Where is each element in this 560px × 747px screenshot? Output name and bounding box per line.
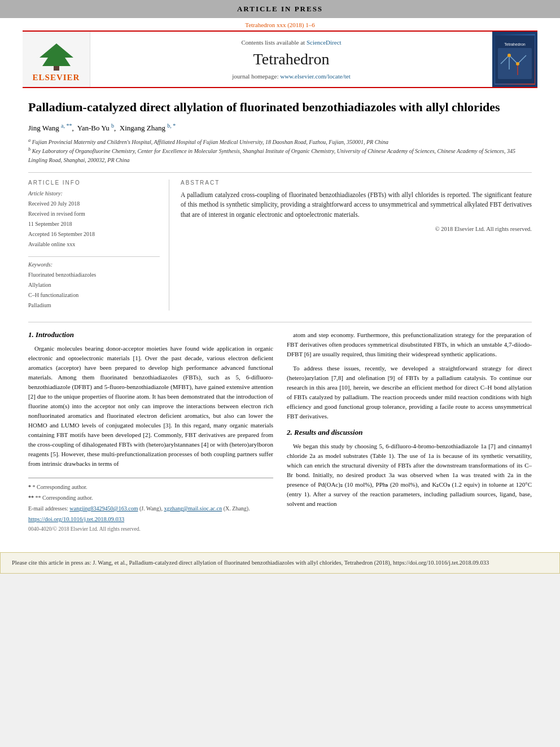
affil-b-super: b [28,147,30,152]
right-col-intro-continuation: atom and step economy. Furthermore, this… [287,330,532,421]
copyright-line: © 2018 Elsevier Ltd. All rights reserved… [181,226,532,232]
article-info-abstract-section: ARTICLE INFO Article history: Received 2… [28,172,532,311]
email-wang-name: (J. Wang), [139,505,164,512]
history-item-4: Accepted 16 September 2018 [28,229,160,239]
author-3-super: b, * [167,123,176,129]
affil-a-text: Fujian Provincial Maternity and Children… [32,139,388,145]
email-label: E-mail addresses: [28,505,69,512]
sciencedirect-line: Contents lists available at ScienceDirec… [241,39,341,46]
article-info-column: ARTICLE INFO Article history: Received 2… [28,180,169,311]
results-para-1: We began this study by choosing 5, 6-dif… [287,442,532,509]
section-2-title: 2. Results and discussion [287,428,532,437]
keyword-4: Palladium [28,300,160,311]
affiliation-a: a Fujian Provincial Maternity and Childr… [28,137,532,146]
footnote-single-star-text: * Corresponding author. [33,484,88,490]
svg-rect-5 [498,48,532,79]
footnote-emails: E-mail addresses: wangjing83429450@163.c… [28,504,273,513]
elsevier-tree-icon [34,41,79,72]
footnotes-section: * * Corresponding author. ** ** Correspo… [28,478,273,532]
author-2-super: b [111,123,114,129]
keyword-3: C–H functionalization [28,290,160,300]
email-wang-link[interactable]: wangjing83429450@163.com [69,505,138,512]
journal-cover-image: Tetrahedron [495,34,535,85]
doi-link[interactable]: https://doi.org/10.1016/j.tet.2018.09.03… [28,516,124,522]
body-left-col: 1. Introduction Organic molecules bearin… [28,330,273,532]
cover-art-icon: Tetrahedron [495,36,535,84]
article-in-press-banner: ARTICLE IN PRESS [0,0,560,18]
abstract-heading: ABSTRACT [181,180,532,186]
author-2-name: Yan-Bo Yu [77,124,110,132]
journal-title-area: Contents lists available at ScienceDirec… [90,32,492,87]
body-right-col: atom and step economy. Furthermore, this… [287,330,532,532]
bottom-citation-notice: Please cite this article in press as: J.… [0,552,560,574]
svg-rect-2 [54,66,59,71]
affiliations: a Fujian Provincial Maternity and Childr… [28,137,532,164]
svg-point-11 [508,54,511,57]
sciencedirect-link[interactable]: ScienceDirect [307,39,342,46]
homepage-link-text: www.elsevier.com/locate/tet [280,73,351,80]
intro-para-1: Organic molecules bearing donor-acceptor… [28,344,273,469]
footnote-double-star-symbol: ** [28,495,36,501]
keywords-list: Fluorinated benzothiadiazoles Allylation… [28,270,160,311]
footnote-single-star-symbol: * [28,484,33,490]
author-1-name: Jing Wang [28,124,59,132]
journal-header: ELSEVIER Contents lists available at Sci… [23,30,537,88]
homepage-link[interactable]: www.elsevier.com/locate/tet [280,73,351,80]
svg-point-12 [516,62,519,65]
journal-cover-right: Tetrahedron [492,32,537,87]
journal-homepage: journal homepage: www.elsevier.com/locat… [232,73,350,80]
footnote-single-star: * * Corresponding author. [28,483,273,491]
main-content: Palladium-catalyzed direct allylation of… [0,88,560,543]
email-zhang-link[interactable]: xgzhang@mail.sioc.ac.cn [164,505,222,512]
keywords-label: Keywords: [28,261,160,268]
right-para-2: To address these issues, recently, we de… [287,364,532,421]
elsevier-logo: ELSEVIER [33,41,80,82]
history-item-2: Received in revised form [28,209,160,219]
section-2-text: We began this study by choosing 5, 6-dif… [287,442,532,509]
author-1-super: a, ** [61,123,72,129]
page-wrapper: ARTICLE IN PRESS Tetrahedron xxx (2018) … [0,0,560,574]
abstract-column: ABSTRACT A palladium catalyzed cross-cou… [169,180,532,311]
email-zhang-name: (X. Zhang). [224,505,250,512]
elsevier-brand-text: ELSEVIER [33,73,80,82]
journal-name: Tetrahedron [253,50,330,68]
body-two-col: 1. Introduction Organic molecules bearin… [28,330,532,532]
abstract-text: A palladium catalyzed cross-coupling of … [181,190,532,220]
elsevier-logo-area: ELSEVIER [23,32,90,87]
article-info-heading: ARTICLE INFO [28,180,160,186]
history-item-3: 11 September 2018 [28,219,160,229]
authors-line: Jing Wang a, **, Yan-Bo Yu b, Xingang Zh… [28,123,532,133]
journal-citation: Tetrahedron xxx (2018) 1–6 [0,18,560,30]
journal-cite-text: Tetrahedron xxx (2018) 1–6 [245,21,315,28]
doi-line: https://doi.org/10.1016/j.tet.2018.09.03… [28,515,273,524]
footnote-double-star: ** ** Corresponding author. [28,493,273,502]
homepage-prefix: journal homepage: [232,73,280,80]
keyword-2: Allylation [28,280,160,290]
section-1-title: 1. Introduction [28,330,273,339]
article-title: Palladium-catalyzed direct allylation of… [28,99,532,116]
affil-a-super: a [28,138,30,143]
keyword-1: Fluorinated benzothiadiazoles [28,270,160,280]
sciencedirect-link-text: ScienceDirect [307,39,342,46]
article-history-label: Article history: [28,190,160,196]
history-item-1: Received 20 July 2018 [28,199,160,209]
author-3-name: Xingang Zhang [120,124,165,132]
bottom-notice-text: Please cite this article in press as: J.… [12,560,489,566]
banner-text: ARTICLE IN PRESS [237,5,323,13]
issn-line: 0040-4020/© 2018 Elsevier Ltd. All right… [28,526,273,532]
sciencedirect-prefix: Contents lists available at [241,39,306,46]
body-section: 1. Introduction Organic molecules bearin… [28,322,532,532]
history-item-5: Available online xxx [28,239,160,250]
affil-b-text: Key Laboratory of Organofluorine Chemist… [28,148,515,163]
article-history-items: Received 20 July 2018 Received in revise… [28,199,160,250]
right-para-1: atom and step economy. Furthermore, this… [287,330,532,359]
footnote-double-star-text: ** Corresponding author. [36,495,93,501]
svg-text:Tetrahedron: Tetrahedron [504,42,525,46]
affiliation-b: b Key Laboratory of Organofluorine Chemi… [28,146,532,164]
section-1-text: Organic molecules bearing donor-acceptor… [28,344,273,469]
keywords-section: Keywords: Fluorinated benzothiadiazoles … [28,256,160,311]
